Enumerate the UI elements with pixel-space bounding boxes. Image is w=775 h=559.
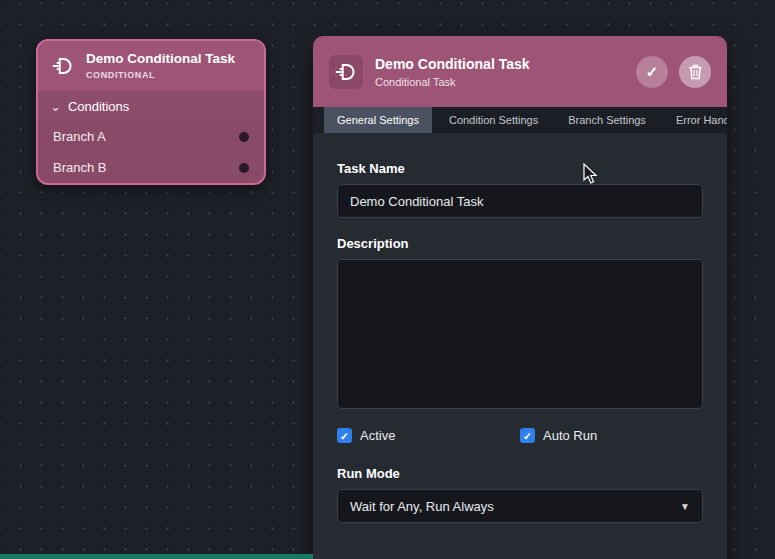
- general-settings-form: Task Name Description ✓ Active ✓ Auto Ru…: [313, 133, 727, 547]
- task-settings-panel: Demo Conditional Task Conditional Task ✓: [313, 36, 727, 559]
- trash-icon: [688, 64, 703, 80]
- tab-error-handling[interactable]: Error Handling: [663, 107, 727, 133]
- tab-condition-settings[interactable]: Condition Settings: [436, 107, 551, 133]
- conditions-label: Conditions: [68, 99, 129, 114]
- tab-general-settings[interactable]: General Settings: [324, 107, 432, 133]
- panel-subtitle: Conditional Task: [375, 76, 530, 88]
- workflow-editor-canvas: Demo Conditional Task CONDITIONAL ⌄ Cond…: [0, 0, 775, 559]
- background-window-edge: [0, 554, 313, 559]
- node-header[interactable]: Demo Conditional Task CONDITIONAL: [38, 41, 264, 91]
- description-label: Description: [337, 236, 703, 251]
- checkbox-row: ✓ Active ✓ Auto Run: [337, 428, 703, 443]
- node-conditions-toggle[interactable]: ⌄ Conditions: [38, 91, 264, 121]
- conditional-gate-icon: [329, 55, 363, 89]
- branch-label: Branch B: [53, 160, 106, 175]
- panel-title: Demo Conditional Task: [375, 56, 530, 72]
- confirm-button[interactable]: ✓: [636, 56, 668, 88]
- task-name-label: Task Name: [337, 161, 703, 176]
- node-type-label: CONDITIONAL: [86, 70, 235, 80]
- task-name-input[interactable]: [337, 184, 703, 218]
- run-mode-select[interactable]: Wait for Any, Run Always ▼: [337, 489, 703, 523]
- conditional-task-node[interactable]: Demo Conditional Task CONDITIONAL ⌄ Cond…: [36, 39, 266, 185]
- auto-run-checkbox[interactable]: ✓: [520, 428, 535, 443]
- delete-button[interactable]: [679, 56, 711, 88]
- node-branch-b[interactable]: Branch B: [38, 152, 264, 183]
- active-checkbox[interactable]: ✓: [337, 428, 352, 443]
- branch-a-output-port[interactable]: [239, 132, 249, 142]
- node-branch-a[interactable]: Branch A: [38, 121, 264, 152]
- panel-header: Demo Conditional Task Conditional Task ✓: [313, 36, 727, 107]
- active-label: Active: [360, 428, 395, 443]
- description-textarea[interactable]: [337, 259, 703, 409]
- branch-label: Branch A: [53, 129, 106, 144]
- active-checkbox-field[interactable]: ✓ Active: [337, 428, 520, 443]
- tab-branch-settings[interactable]: Branch Settings: [555, 107, 659, 133]
- node-title: Demo Conditional Task: [86, 51, 235, 66]
- conditional-gate-icon: [50, 53, 76, 79]
- branch-b-output-port[interactable]: [239, 163, 249, 173]
- run-mode-value: Wait for Any, Run Always: [350, 499, 494, 514]
- chevron-down-icon: ⌄: [50, 102, 61, 112]
- auto-run-label: Auto Run: [543, 428, 597, 443]
- dropdown-arrow-icon: ▼: [680, 501, 690, 512]
- run-mode-label: Run Mode: [337, 466, 703, 481]
- auto-run-checkbox-field[interactable]: ✓ Auto Run: [520, 428, 703, 443]
- settings-tabbar: General Settings Condition Settings Bran…: [313, 107, 727, 133]
- check-icon: ✓: [646, 63, 659, 81]
